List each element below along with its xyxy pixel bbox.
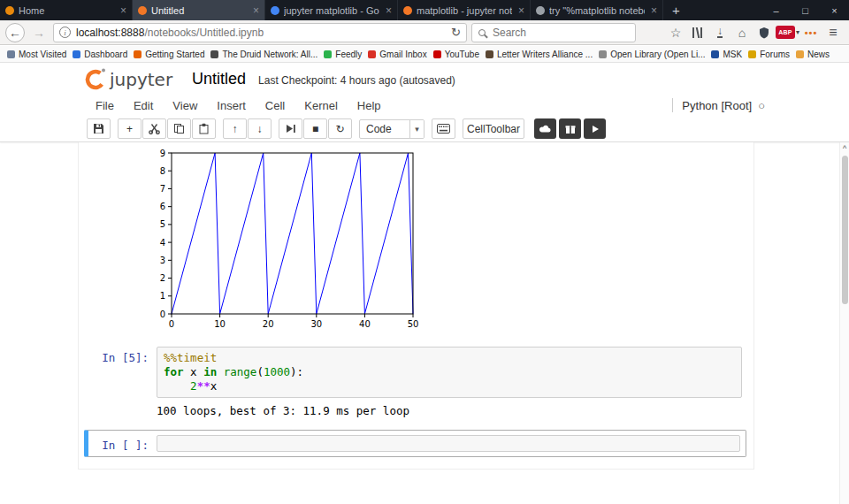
- output-prompt: [79, 403, 157, 417]
- bookmark-feedly[interactable]: Feedly: [324, 50, 362, 59]
- code-cell-timeit[interactable]: In [5]: %%timeitfor x in range(1000): 2*…: [79, 347, 753, 398]
- home-button[interactable]: ⌂: [731, 22, 753, 43]
- reload-icon[interactable]: ↻: [451, 26, 461, 39]
- svg-text:8: 8: [160, 166, 165, 176]
- bookmark-dashboard[interactable]: Dashboard: [73, 50, 127, 59]
- adblock-button[interactable]: ABP ▾: [776, 22, 799, 43]
- bookmark-label: YouTube: [445, 50, 479, 59]
- menu-file[interactable]: File: [86, 97, 124, 114]
- svg-text:10: 10: [214, 319, 226, 329]
- move-cell-down-button[interactable]: ↓: [248, 118, 272, 139]
- shield-icon: [759, 27, 769, 39]
- tab-close-icon[interactable]: ×: [516, 4, 524, 17]
- bookmark-gmail-inbox[interactable]: Gmail Inbox: [368, 50, 426, 59]
- url-text[interactable]: localhost:8888/notebooks/Untitled.ipynb: [76, 27, 446, 39]
- bookmark-star-button[interactable]: ☆: [665, 22, 686, 43]
- copy-cell-button[interactable]: [167, 118, 191, 139]
- tab-untitled[interactable]: Untitled×: [133, 0, 265, 20]
- downloads-button[interactable]: ↓: [709, 22, 730, 43]
- code-token: range: [224, 365, 257, 378]
- celltoolbar-button[interactable]: CellToolbar: [463, 118, 524, 139]
- code-cell-empty-selected[interactable]: In [ ]:: [84, 430, 746, 457]
- menu-insert[interactable]: Insert: [207, 97, 256, 114]
- content-scrollbar[interactable]: ^: [839, 142, 849, 504]
- bookmark-label: Forums: [760, 50, 790, 59]
- forward-button[interactable]: →: [29, 23, 49, 42]
- code-input-empty[interactable]: [157, 435, 740, 452]
- interrupt-kernel-button[interactable]: ■: [303, 118, 327, 139]
- favicon-icon: [324, 50, 332, 58]
- tab-close-icon[interactable]: ×: [251, 4, 259, 17]
- site-info-icon[interactable]: i: [59, 27, 71, 38]
- minimize-button[interactable]: –: [761, 0, 791, 20]
- favicon-icon: [134, 50, 142, 58]
- bookmark-msk[interactable]: MSK: [711, 50, 742, 59]
- svg-text:20: 20: [263, 319, 274, 329]
- tab-title: Home: [19, 5, 114, 16]
- menu-cell[interactable]: Cell: [256, 97, 294, 114]
- bookmark-getting-started[interactable]: Getting Started: [134, 50, 204, 59]
- favicon-icon: [433, 50, 441, 58]
- scrollbar-thumb[interactable]: [842, 156, 848, 304]
- bookmark-label: Letter Writers Alliance ...: [497, 50, 593, 59]
- move-cell-up-button[interactable]: ↑: [223, 118, 247, 139]
- tab-close-icon[interactable]: ×: [384, 4, 392, 17]
- url-bar[interactable]: i localhost:8888/notebooks/Untitled.ipyn…: [53, 23, 467, 42]
- firefox-home-icon: [5, 6, 14, 15]
- matplotlib-chart: 012345678901020304050: [132, 144, 432, 332]
- favicon-icon: [73, 50, 80, 58]
- browser-nav-bar: ← → i localhost:8888/notebooks/Untitled.…: [0, 20, 849, 45]
- bookmark-open-library-open-li[interactable]: Open Library (Open Li...: [599, 50, 705, 59]
- cut-cell-button[interactable]: [142, 118, 166, 139]
- menu-edit[interactable]: Edit: [124, 97, 163, 114]
- scrollbar-up-icon[interactable]: ^: [840, 142, 849, 154]
- cell-type-select[interactable]: Code ▾: [359, 119, 424, 139]
- bookmark-the-druid-network-all[interactable]: The Druid Network: All...: [210, 50, 317, 59]
- menu-view[interactable]: View: [163, 97, 207, 114]
- restart-kernel-button[interactable]: ↻: [328, 118, 352, 139]
- bookmark-letter-writers-alliance[interactable]: Letter Writers Alliance ...: [486, 50, 593, 59]
- paste-cell-button[interactable]: [192, 118, 216, 139]
- menu-help[interactable]: Help: [348, 97, 391, 114]
- new-tab-button[interactable]: +: [663, 0, 689, 20]
- add-cell-button[interactable]: +: [118, 118, 142, 139]
- extension-cloud-button[interactable]: [534, 118, 556, 139]
- code-input[interactable]: %%timeitfor x in range(1000): 2**x: [157, 347, 742, 398]
- save-button[interactable]: [87, 118, 111, 139]
- tab-title: matplotlib - jupyter noteb...: [417, 5, 512, 16]
- page-actions-button[interactable]: •••: [800, 22, 822, 43]
- bookmark-forums[interactable]: Forums: [748, 50, 790, 59]
- tab-jupyter-matplotlib-googl[interactable]: jupyter matplotlib - Googl...×: [265, 0, 398, 20]
- close-button[interactable]: ×: [820, 0, 849, 20]
- bookmark-news[interactable]: News: [796, 50, 830, 59]
- notebook-header: jupyter Untitled Last Checkpoint: 4 hour…: [0, 63, 849, 95]
- tab-close-icon[interactable]: ×: [119, 4, 126, 17]
- bookmark-label: The Druid Network: All...: [222, 50, 317, 59]
- maximize-button[interactable]: □: [791, 0, 820, 20]
- star-icon: ☆: [670, 26, 682, 40]
- notebook-menubar: FileEditViewInsertCellKernelHelp Python …: [0, 95, 849, 116]
- shield-button[interactable]: [753, 22, 775, 43]
- restart-icon: ↻: [335, 123, 344, 135]
- tab-home[interactable]: Home×: [0, 0, 133, 20]
- menu-kernel[interactable]: Kernel: [294, 97, 348, 114]
- extension-gift-button[interactable]: [559, 118, 581, 139]
- tab-try-matplotlib-noteboo[interactable]: try "%matplotlib noteboo...×: [531, 0, 663, 20]
- search-input[interactable]: [491, 26, 629, 40]
- library-button[interactable]: [687, 22, 708, 43]
- tab-matplotlib-jupyter-noteb[interactable]: matplotlib - jupyter noteb...×: [398, 0, 531, 20]
- command-palette-button[interactable]: [432, 118, 455, 139]
- run-cell-button[interactable]: [279, 118, 302, 139]
- app-menu-button[interactable]: ≡: [822, 22, 844, 43]
- notebook-title[interactable]: Untitled: [192, 70, 246, 88]
- search-bar[interactable]: [471, 23, 636, 42]
- tab-close-icon[interactable]: ×: [649, 4, 657, 17]
- code-token: for: [164, 365, 184, 378]
- tab-strip: Home×Untitled×jupyter matplotlib - Googl…: [0, 0, 663, 20]
- back-button[interactable]: ←: [5, 23, 25, 42]
- home-icon: ⌂: [738, 26, 746, 40]
- bookmark-most-visited[interactable]: Most Visited: [7, 50, 66, 59]
- figure-output: 012345678901020304050: [132, 144, 753, 335]
- extension-play-button[interactable]: [584, 118, 606, 139]
- bookmark-youtube[interactable]: YouTube: [433, 50, 479, 59]
